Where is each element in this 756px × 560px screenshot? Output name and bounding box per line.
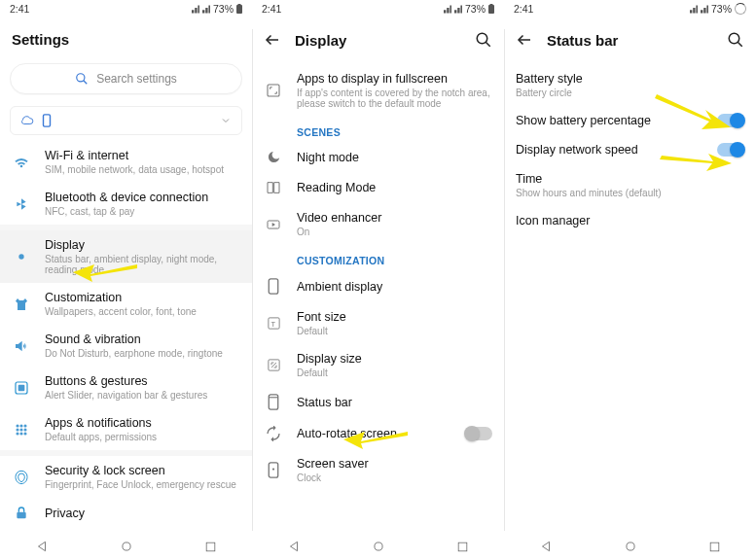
svg-point-23: [477, 33, 487, 44]
svg-rect-7: [18, 384, 25, 391]
settings-panel: 2:41 73% Settings Search settings Wi-Fi …: [0, 0, 252, 560]
battery-icon: [488, 4, 494, 14]
svg-line-3: [84, 81, 88, 85]
search-settings[interactable]: Search settings: [10, 63, 242, 94]
svg-point-13: [23, 428, 26, 431]
book-icon: [266, 180, 281, 195]
nav-recent-icon[interactable]: [456, 541, 469, 553]
search-icon[interactable]: [727, 31, 744, 49]
svg-point-40: [627, 542, 634, 550]
signal-icon: [444, 5, 451, 14]
display-network-speed-row[interactable]: Display network speed: [504, 135, 756, 164]
gestures-icon: [14, 380, 29, 396]
settings-item-apps[interactable]: Apps & notificationsDefault apps, permis…: [0, 408, 252, 450]
nav-home-icon[interactable]: [120, 540, 133, 553]
nav-back-icon[interactable]: [539, 540, 553, 553]
status-bar-panel: 2:41 73% Status bar Battery styleBattery…: [504, 0, 756, 560]
svg-rect-0: [236, 5, 242, 14]
nav-back-icon[interactable]: [35, 540, 49, 553]
search-icon: [75, 72, 89, 86]
phone-icon: [268, 278, 279, 295]
show-battery-pct-row[interactable]: Show battery percentage: [504, 106, 756, 135]
page-title: Display: [295, 32, 461, 49]
font-size-row[interactable]: T Font sizeDefault: [252, 302, 504, 344]
svg-point-10: [23, 424, 26, 427]
battery-pct: 73%: [465, 3, 486, 15]
battery-style-row[interactable]: Battery styleBattery circle: [504, 64, 756, 106]
resize-icon: [267, 358, 281, 372]
account-card[interactable]: [10, 106, 242, 135]
rotate-icon: [266, 426, 281, 441]
signal2-icon: [202, 5, 210, 14]
time-row[interactable]: TimeShow hours and minutes (default): [504, 164, 756, 206]
settings-item-sound[interactable]: Sound & vibrationDo Not Disturb, earphon…: [0, 325, 252, 367]
back-icon[interactable]: [264, 31, 281, 49]
chevron-down-icon: [220, 115, 232, 126]
search-icon[interactable]: [475, 31, 492, 49]
reading-mode-row[interactable]: Reading Mode: [252, 172, 504, 203]
moon-icon: [267, 150, 281, 164]
settings-item-display[interactable]: DisplayStatus bar, ambient display, nigh…: [0, 230, 252, 283]
battery-pct: 73%: [213, 3, 234, 15]
wifi-icon: [14, 155, 29, 170]
svg-point-12: [19, 428, 22, 431]
svg-line-24: [486, 42, 490, 47]
svg-rect-4: [44, 115, 51, 126]
screen-saver-row[interactable]: Screen saverClock: [252, 449, 504, 491]
svg-point-16: [23, 432, 26, 435]
statusbar-icon: [268, 394, 279, 410]
system-status-bar: 2:41 73%: [504, 0, 756, 18]
svg-rect-21: [490, 4, 493, 5]
ambient-display-row[interactable]: Ambient display: [252, 270, 504, 302]
settings-item-privacy[interactable]: Privacy: [0, 498, 252, 529]
svg-point-18: [123, 542, 130, 550]
status-bar-row[interactable]: Status bar: [252, 386, 504, 418]
svg-rect-19: [206, 542, 215, 551]
nav-recent-icon[interactable]: [708, 541, 721, 553]
clock: 2:41: [10, 3, 29, 15]
svg-point-8: [16, 424, 18, 427]
signal-icon: [690, 5, 698, 14]
apps-icon: [14, 422, 29, 438]
settings-item-wifi[interactable]: Wi-Fi & internetSIM, mobile network, dat…: [0, 141, 252, 183]
icon-manager-row[interactable]: Icon manager: [504, 206, 756, 235]
font-icon: T: [267, 316, 281, 331]
svg-rect-41: [710, 542, 719, 551]
svg-rect-20: [488, 5, 494, 14]
svg-point-9: [19, 424, 22, 427]
svg-line-39: [738, 42, 742, 47]
svg-rect-27: [269, 279, 277, 294]
settings-item-security[interactable]: Security & lock screenFingerprint, Face …: [0, 456, 252, 498]
svg-rect-25: [268, 85, 279, 96]
svg-rect-36: [458, 542, 467, 551]
battery-pct-toggle[interactable]: [717, 114, 744, 127]
nav-back-icon[interactable]: [287, 540, 301, 553]
nav-bar: [504, 533, 756, 560]
display-size-row[interactable]: Display sizeDefault: [252, 344, 504, 386]
nav-home-icon[interactable]: [372, 540, 385, 553]
svg-text:T: T: [270, 320, 275, 329]
svg-point-11: [16, 428, 18, 431]
battery-icon: [236, 4, 242, 14]
apps-fullscreen-row[interactable]: Apps to display in fullscreenIf app's co…: [252, 64, 504, 117]
settings-item-customization[interactable]: CustomizationWallpapers, accent color, f…: [0, 283, 252, 325]
network-speed-toggle[interactable]: [717, 143, 744, 157]
settings-item-bluetooth[interactable]: Bluetooth & device connectionNFC, cast, …: [0, 183, 252, 225]
section-customization: CUSTOMIZATION: [252, 245, 504, 270]
auto-rotate-toggle[interactable]: [465, 427, 492, 440]
video-enhancer-row[interactable]: Video enhancerOn: [252, 203, 504, 245]
battery-pct: 73%: [711, 3, 732, 15]
settings-item-buttons[interactable]: Buttons & gesturesAlert Slider, navigati…: [0, 367, 252, 408]
auto-rotate-row[interactable]: Auto-rotate screen: [252, 418, 504, 449]
nav-home-icon[interactable]: [624, 540, 637, 553]
volume-icon: [14, 338, 29, 354]
nav-recent-icon[interactable]: [204, 541, 217, 553]
cloud-icon: [20, 114, 34, 127]
night-mode-row[interactable]: Night mode: [252, 142, 504, 172]
back-icon[interactable]: [516, 31, 533, 49]
nav-bar: [0, 533, 252, 560]
lock-icon: [14, 506, 29, 521]
brightness-icon: [14, 249, 29, 264]
loading-icon: [735, 3, 746, 15]
fingerprint-icon: [14, 470, 29, 485]
